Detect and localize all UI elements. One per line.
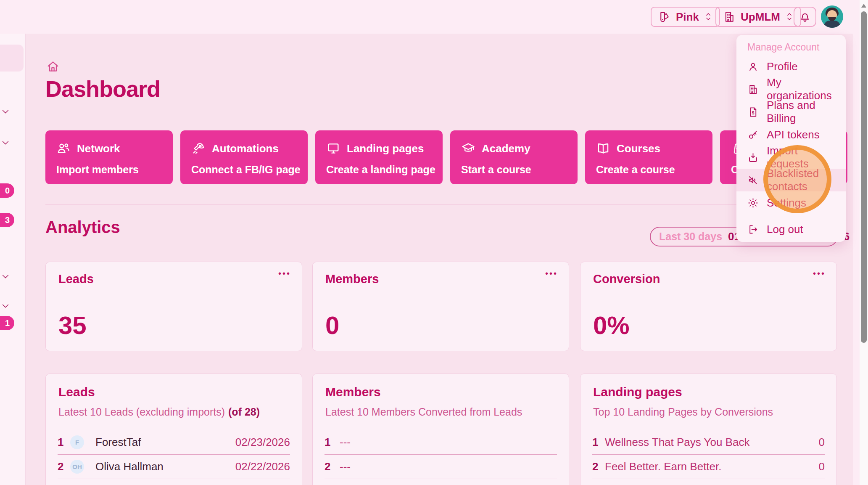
avatar-chip: OH: [70, 460, 84, 474]
scrollbar-thumb[interactable]: [861, 11, 867, 343]
top-bar: Pink UpMLM: [0, 0, 860, 34]
sidebar-active-item[interactable]: [0, 45, 24, 72]
landing-page-row[interactable]: 2 Feel Better. Earn Better. 0: [592, 455, 825, 479]
avatar-shirt: [824, 21, 840, 28]
chevron-down-icon[interactable]: [1, 138, 10, 147]
profile-icon: [747, 61, 759, 72]
list-card-members: Members Latest 10 Members Converted from…: [312, 374, 569, 485]
list-subtitle-count: (of 28): [228, 406, 260, 418]
logout-icon: [747, 224, 759, 235]
chevron-down-icon[interactable]: [1, 272, 10, 281]
list-subtitle: Top 10 Landing Pages by Conversions: [593, 406, 773, 418]
sidebar: 0 3 1: [0, 34, 26, 485]
landing-page-name: Wellness That Pays You Back: [605, 436, 749, 449]
account-menu-header: Manage Account: [747, 42, 819, 53]
menu-item-profile[interactable]: Profile: [736, 55, 846, 78]
list-subtitle-text: Top 10 Landing Pages by Conversions: [593, 406, 773, 418]
card-menu-button[interactable]: •••: [813, 269, 826, 278]
notifications-button[interactable]: [794, 7, 816, 27]
menu-item-my-organizations[interactable]: My organizations: [736, 78, 846, 101]
sidebar-count-badge: 1: [0, 316, 14, 330]
list-subtitle-text: Latest 10 Leads (excluding imports): [58, 406, 225, 418]
theme-selector[interactable]: Pink: [651, 7, 720, 27]
card-menu-button[interactable]: •••: [278, 269, 291, 278]
menu-item-blacklisted-contacts[interactable]: Blacklisted contacts: [736, 169, 846, 191]
member-row[interactable]: 1 ---: [325, 430, 557, 455]
quick-action-title: Landing pages: [347, 142, 424, 155]
menu-item-log-out[interactable]: Log out: [736, 218, 846, 241]
stat-value: 0%: [593, 311, 630, 340]
menu-item-label: My organizations: [767, 76, 835, 102]
quick-action-automations[interactable]: Automations Connect a FB/IG page: [180, 130, 308, 184]
scrollbar-up-arrow[interactable]: [861, 4, 866, 8]
landing-page-conversions: 0: [819, 460, 825, 473]
quick-action-title: Network: [77, 142, 120, 155]
open-book-icon: [596, 141, 610, 156]
theme-swatch-icon: [658, 11, 671, 23]
lead-row[interactable]: 1 F ForestTaf 02/23/2026: [58, 430, 290, 455]
quick-action-label: Create a landing page: [326, 164, 435, 176]
menu-item-import-requests[interactable]: Import requests: [736, 146, 846, 169]
landing-page-row[interactable]: 1 Wellness That Pays You Back 0: [592, 430, 825, 455]
bell-icon: [799, 11, 811, 23]
import-icon: [747, 152, 759, 163]
vertical-scrollbar[interactable]: [860, 0, 868, 485]
date-preset-label: Last 30 days: [659, 231, 722, 243]
member-row[interactable]: 2 ---: [325, 455, 557, 479]
stat-card-conversion: Conversion ••• 0%: [580, 262, 837, 351]
row-rank: 1: [58, 436, 70, 449]
card-menu-button[interactable]: •••: [545, 269, 558, 278]
list-card-landing-pages: Landing pages Top 10 Landing Pages by Co…: [580, 374, 837, 485]
menu-item-label: API tokens: [767, 128, 820, 141]
list-subtitle-text: Latest 10 Members Converted from Leads: [325, 406, 522, 418]
row-rank: 2: [592, 460, 605, 473]
landing-page-conversions: 0: [819, 436, 825, 449]
stat-value: 35: [58, 311, 87, 340]
chevron-down-icon[interactable]: [1, 107, 10, 116]
quick-action-network[interactable]: Network Import members: [45, 130, 173, 184]
row-rank: 1: [325, 436, 337, 449]
menu-item-label: Import requests: [767, 144, 835, 170]
quick-action-label: Start a course: [461, 164, 531, 176]
theme-selector-label: Pink: [676, 11, 699, 24]
list-subtitle: Latest 10 Leads (excluding imports)(of 2…: [58, 406, 260, 418]
main-content: Dashboard Network Import members Automat…: [26, 34, 853, 485]
row-rank: 2: [325, 460, 337, 473]
key-icon: [747, 129, 759, 140]
stat-title: Conversion: [593, 272, 660, 286]
section-divider: [45, 204, 845, 204]
chevron-updown-icon: [704, 11, 712, 22]
gear-icon: [747, 197, 759, 209]
stat-title: Members: [325, 272, 379, 286]
svg-text:$: $: [752, 110, 755, 115]
menu-item-settings[interactable]: Settings: [736, 191, 846, 214]
lead-name: ForestTaf: [95, 436, 141, 449]
lead-row[interactable]: 2 OH Oliva Hallman 02/22/2026: [58, 455, 290, 479]
list-card-leads: Leads Latest 10 Leads (excluding imports…: [45, 374, 302, 485]
billing-icon: $: [747, 106, 759, 118]
menu-item-label: Profile: [767, 60, 798, 73]
lead-date: 02/23/2026: [235, 436, 290, 449]
menu-item-label: Blacklisted contacts: [767, 167, 835, 193]
quick-action-landing-pages[interactable]: Landing pages Create a landing page: [315, 130, 443, 184]
list-title: Members: [325, 385, 381, 399]
organization-selector-label: UpMLM: [741, 11, 780, 24]
account-menu: Manage Account Profile My organizations …: [736, 35, 846, 242]
user-avatar[interactable]: [821, 5, 843, 28]
row-rank: 2: [58, 460, 70, 473]
quick-action-courses[interactable]: Courses Create a course: [585, 130, 712, 184]
menu-item-plans-billing[interactable]: $ Plans and Billing: [736, 101, 846, 123]
quick-action-academy[interactable]: Academy Start a course: [450, 130, 578, 184]
list-title: Leads: [58, 385, 95, 399]
chevron-down-icon[interactable]: [1, 301, 10, 310]
menu-item-api-tokens[interactable]: API tokens: [736, 123, 846, 146]
dashboard-screen: Pink UpMLM: [0, 0, 868, 485]
organization-selector[interactable]: UpMLM: [715, 7, 801, 27]
graduation-cap-icon: [461, 141, 475, 156]
quick-action-title: Automations: [212, 142, 279, 155]
quick-action-label: Import members: [56, 164, 139, 176]
stat-title: Leads: [58, 272, 94, 286]
page-title: Dashboard: [45, 76, 160, 102]
landing-page-name: Feel Better. Earn Better.: [605, 460, 721, 473]
home-breadcrumb-icon[interactable]: [46, 60, 60, 73]
